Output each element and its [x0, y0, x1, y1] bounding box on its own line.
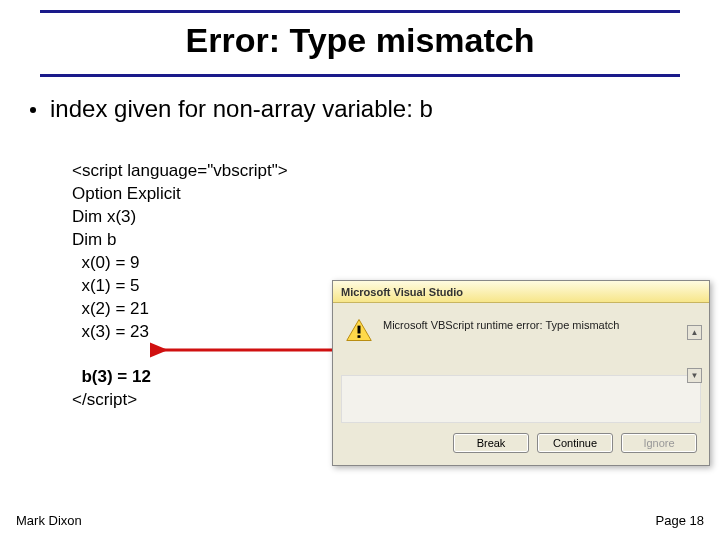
svg-rect-4: [358, 335, 361, 338]
bullet-text: index given for non-array variable: b: [50, 95, 433, 123]
bullet-dot: [30, 107, 36, 113]
dialog-title-text: Microsoft Visual Studio: [341, 286, 463, 298]
error-dialog: Microsoft Visual Studio Microsoft VBScri…: [332, 280, 710, 466]
slide: Error: Type mismatch index given for non…: [0, 0, 720, 540]
code-line-error: b(3) = 12: [72, 367, 151, 386]
code-line: Option Explicit: [72, 184, 181, 203]
footer-page: Page 18: [656, 513, 704, 528]
scroll-up-icon[interactable]: ▲: [687, 325, 702, 340]
code-line: [72, 344, 77, 363]
code-line: x(1) = 5: [72, 276, 140, 295]
code-line: <script language="vbscript">: [72, 161, 288, 180]
break-button[interactable]: Break: [453, 433, 529, 453]
warning-icon: [345, 317, 373, 343]
slide-title: Error: Type mismatch: [20, 21, 700, 60]
dialog-button-row: Break Continue Ignore: [333, 423, 709, 465]
code-line: x(3) = 23: [72, 322, 149, 341]
dialog-detail-panel: [341, 375, 701, 423]
dialog-titlebar: Microsoft Visual Studio: [333, 281, 709, 303]
code-line: x(0) = 9: [72, 253, 140, 272]
code-line: </script>: [72, 390, 137, 409]
bullet-item: index given for non-array variable: b: [30, 95, 700, 123]
scroll-down-icon[interactable]: ▼: [687, 368, 702, 383]
code-line: x(2) = 21: [72, 299, 149, 318]
top-rule: [40, 10, 680, 13]
svg-rect-3: [358, 326, 361, 334]
title-underline: [40, 74, 680, 77]
dialog-scroll: ▲ ▼: [687, 325, 703, 383]
dialog-message: Microsoft VBScript runtime error: Type m…: [383, 317, 697, 331]
dialog-body: Microsoft VBScript runtime error: Type m…: [333, 303, 709, 375]
code-line: Dim b: [72, 230, 116, 249]
continue-button[interactable]: Continue: [537, 433, 613, 453]
footer-author: Mark Dixon: [16, 513, 82, 528]
code-line: Dim x(3): [72, 207, 136, 226]
ignore-button[interactable]: Ignore: [621, 433, 697, 453]
